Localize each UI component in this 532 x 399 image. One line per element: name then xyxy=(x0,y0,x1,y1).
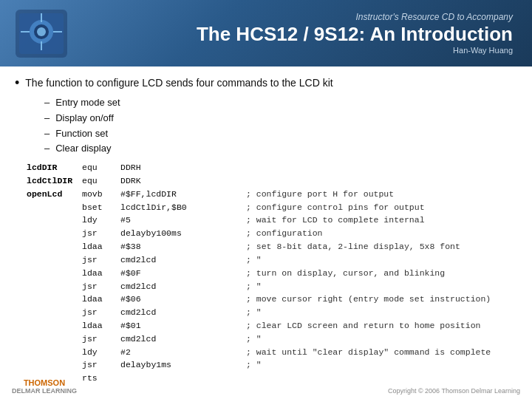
code-comment: ; " xyxy=(246,280,517,293)
code-operand: #$38 xyxy=(120,240,246,253)
logo xyxy=(12,6,71,61)
bullet-icon: • xyxy=(15,75,19,91)
code-mnemonic: ldaa xyxy=(82,319,120,332)
code-mnemonic: ldy xyxy=(82,346,120,359)
code-line: jsrdelayby100ms; configuration xyxy=(27,227,517,240)
code-label: lcdDIR xyxy=(27,161,82,174)
code-line: lcdDIRequDDRH xyxy=(27,161,517,174)
code-operand: DDRH xyxy=(120,161,246,174)
sub-item-label: Display on/off xyxy=(55,111,114,126)
code-comment: ; configure port H for output xyxy=(246,188,517,201)
code-block: lcdDIRequDDRHlcdCtlDIRequDDRKopenLcdmovb… xyxy=(27,161,517,385)
code-operand: delayby100ms xyxy=(120,227,246,240)
code-line: ldaa#$0F; turn on display, cursor, and b… xyxy=(27,267,517,280)
code-operand: cmd2lcd xyxy=(120,306,246,319)
code-line: openLcdmovb#$FF,lcdDIR; configure port H… xyxy=(27,188,517,201)
publisher-name: THOMSON xyxy=(24,378,65,387)
intro-bullet: • The function to configure LCD sends fo… xyxy=(15,77,517,91)
code-comment: ; " xyxy=(246,306,517,319)
dash-icon: – xyxy=(44,126,50,142)
code-line: ldaa#$38; set 8-bit data, 2-line display… xyxy=(27,240,517,253)
code-line: jsrcmd2lcd; " xyxy=(27,306,517,319)
code-operand: #$FF,lcdDIR xyxy=(120,188,246,201)
sub-item-label: Function set xyxy=(55,126,108,142)
sub-item-label: Clear display xyxy=(55,141,111,157)
header-text: Instructor's Resource CD to Accompany Th… xyxy=(71,12,520,55)
header-subtitle: Instructor's Resource CD to Accompany xyxy=(71,12,513,22)
code-comment: ; " xyxy=(246,253,517,267)
code-mnemonic: ldaa xyxy=(82,293,120,306)
header-title: The HCS12 / 9S12: An Introduction xyxy=(71,24,513,45)
code-line: jsrcmd2lcd; " xyxy=(27,280,517,293)
code-line: rts xyxy=(27,372,517,385)
code-line: jsrcmd2lcd; " xyxy=(27,332,517,346)
code-operand: #$06 xyxy=(120,293,246,306)
dash-icon: – xyxy=(44,111,50,126)
code-mnemonic: equ xyxy=(82,174,120,188)
code-mnemonic: rts xyxy=(82,372,120,385)
code-line: lcdCtlDIRequDDRK xyxy=(27,174,517,188)
code-line: ldaa#$06; move cursor right (entry mode … xyxy=(27,293,517,306)
code-line: jsrcmd2lcd; " xyxy=(27,253,517,267)
copyright-text: Copyright © 2006 Thomson Delmar Learning xyxy=(388,387,520,395)
code-mnemonic: bset xyxy=(82,201,120,214)
code-operand: #$01 xyxy=(120,319,246,332)
list-item: – Entry mode set xyxy=(44,95,517,111)
code-operand: #5 xyxy=(120,214,246,227)
intro-text: The function to configure LCD sends four… xyxy=(25,77,332,89)
header-author: Han-Way Huang xyxy=(71,46,513,55)
sub-item-label: Entry mode set xyxy=(55,95,120,111)
code-operand: delayby1ms xyxy=(120,358,246,372)
code-mnemonic: jsr xyxy=(82,306,120,319)
dash-icon: – xyxy=(44,95,50,111)
code-operand: lcdCtlDir,$B0 xyxy=(120,201,246,214)
code-comment: ; configuration xyxy=(246,227,517,240)
code-mnemonic: equ xyxy=(82,161,120,174)
code-comment: ; clear LCD screen and return to home po… xyxy=(246,319,517,332)
code-mnemonic: movb xyxy=(82,188,120,201)
code-operand: cmd2lcd xyxy=(120,280,246,293)
code-comment: ; configure control pins for output xyxy=(246,201,517,214)
code-mnemonic: jsr xyxy=(82,227,120,240)
svg-point-4 xyxy=(37,27,46,36)
dash-icon: – xyxy=(44,141,50,157)
code-mnemonic: ldy xyxy=(82,214,120,227)
code-operand: DDRK xyxy=(120,174,246,188)
code-operand: #2 xyxy=(120,346,246,359)
code-comment: ; " xyxy=(246,358,517,372)
code-mnemonic: jsr xyxy=(82,358,120,372)
code-comment: ; wait for LCD to complete internal xyxy=(246,214,517,227)
code-comment: ; wait until "clear display" command is … xyxy=(246,346,517,359)
code-operand: #$0F xyxy=(120,267,246,280)
code-line: ldy#2; wait until "clear display" comman… xyxy=(27,346,517,359)
code-mnemonic: ldaa xyxy=(82,267,120,280)
code-line: bsetlcdCtlDir,$B0; configure control pin… xyxy=(27,201,517,214)
code-mnemonic: jsr xyxy=(82,280,120,293)
code-comment: ; " xyxy=(246,332,517,346)
code-line: ldy#5; wait for LCD to complete internal xyxy=(27,214,517,227)
content-area: • The function to configure LCD sends fo… xyxy=(0,66,532,392)
footer-publisher: THOMSON DELMAR LEARNING xyxy=(12,378,77,395)
code-operand: cmd2lcd xyxy=(120,332,246,346)
code-operand: cmd2lcd xyxy=(120,253,246,267)
imprint-name: DELMAR LEARNING xyxy=(12,387,77,395)
code-mnemonic: jsr xyxy=(82,253,120,267)
sub-list: – Entry mode set – Display on/off – Func… xyxy=(44,95,517,157)
code-comment: ; turn on display, cursor, and blinking xyxy=(246,267,517,280)
code-label: lcdCtlDIR xyxy=(27,174,82,188)
code-comment: ; move cursor right (entry mode set inst… xyxy=(246,293,517,306)
code-line: ldaa#$01; clear LCD screen and return to… xyxy=(27,319,517,332)
code-mnemonic: jsr xyxy=(82,332,120,346)
code-comment: ; set 8-bit data, 2-line display, 5x8 fo… xyxy=(246,240,517,253)
list-item: – Clear display xyxy=(44,141,517,157)
code-mnemonic: ldaa xyxy=(82,240,120,253)
list-item: – Display on/off xyxy=(44,111,517,126)
header: Instructor's Resource CD to Accompany Th… xyxy=(0,0,532,66)
code-line: jsrdelayby1ms; " xyxy=(27,358,517,372)
footer: Copyright © 2006 Thomson Delmar Learning xyxy=(388,387,520,395)
code-label: openLcd xyxy=(27,188,82,201)
list-item: – Function set xyxy=(44,126,517,142)
